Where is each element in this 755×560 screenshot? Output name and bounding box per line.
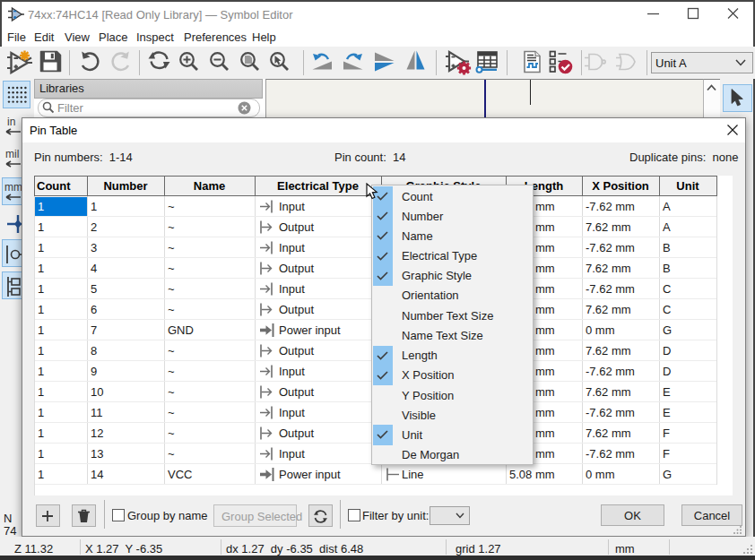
svg-text:mil: mil xyxy=(5,148,19,160)
svg-text:mm: mm xyxy=(4,181,22,194)
svg-text:in: in xyxy=(7,116,15,128)
